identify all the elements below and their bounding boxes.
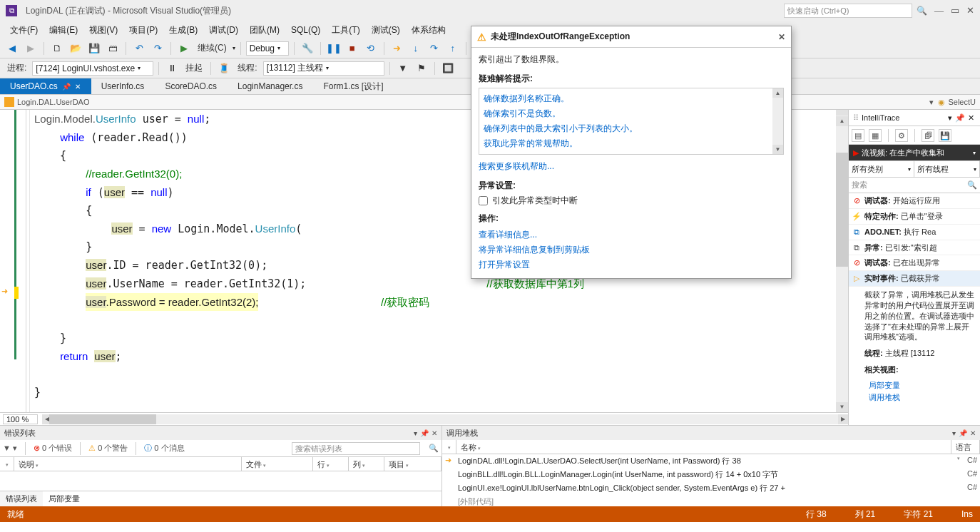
close-icon[interactable]: ✕ [968, 113, 974, 123]
menu-arch[interactable]: 体系结构 [406, 22, 451, 39]
thread-dropdown[interactable]: [13112] 主线程 [263, 61, 384, 76]
menu-file[interactable]: 文件(F) [4, 22, 44, 39]
menu-build[interactable]: 生成(B) [163, 22, 203, 39]
tip-link[interactable]: 确保索引不是负数。 [484, 106, 779, 121]
open-icon[interactable]: 📂 [68, 41, 83, 56]
filter-warnings[interactable]: ⚠0 个警告 [88, 443, 128, 454]
tab-errorlist[interactable]: 错误列表 [0, 491, 43, 506]
menu-tools[interactable]: 工具(T) [326, 22, 365, 39]
process-dropdown[interactable]: [7124] LoginUI.vshost.exe [32, 61, 153, 76]
it-event[interactable]: ⊘调试器: 开始运行应用 [849, 193, 980, 209]
err-filter-dropdown[interactable]: ▼ ▾ [3, 444, 17, 453]
stack-row[interactable]: LoginBLL.dll!Login.BLL.LoginManager.Logi… [442, 468, 980, 481]
tab-userinfo[interactable]: UserInfo.cs [91, 78, 155, 94]
it-save-icon[interactable]: 💾 [939, 129, 951, 142]
it-event[interactable]: ⊘调试器: 已在出现异常 [849, 255, 980, 271]
quick-launch-input[interactable]: 快速启动 (Ctrl+Q) [784, 4, 912, 18]
step-over-icon[interactable]: ↷ [427, 41, 442, 56]
it-copy-icon[interactable]: 🗐 [922, 129, 934, 142]
col-name[interactable]: 名称 [456, 440, 951, 454]
tip-link[interactable]: 确保数据列名称正确。 [484, 91, 779, 106]
col-desc[interactable]: 说明 [14, 457, 242, 471]
intellitrace-stream[interactable]: ▶ 流视频: 在生产中收集和 ▾ [849, 145, 980, 160]
col-line[interactable]: 行 [313, 457, 349, 471]
it-view2-icon[interactable]: ▦ [869, 129, 882, 142]
suspend-label[interactable]: 挂起 [183, 62, 205, 74]
redo-icon[interactable]: ↷ [150, 41, 165, 56]
menu-edit[interactable]: 编辑(E) [44, 22, 83, 39]
pin-icon[interactable]: 📌 [955, 113, 965, 123]
it-search-input[interactable]: 搜索 [849, 178, 980, 193]
save-icon[interactable]: 💾 [86, 41, 102, 56]
col-file[interactable]: 文件 [242, 457, 313, 471]
grip-icon[interactable]: ⠿ [853, 113, 859, 123]
filter-icon[interactable]: ▼ [395, 61, 411, 76]
editor-hscrollbar[interactable]: ◀ ▶ [42, 414, 848, 424]
continue-icon[interactable]: ▶ [176, 41, 192, 56]
menu-view[interactable]: 视图(V) [83, 22, 123, 39]
stop-icon[interactable]: ■ [344, 41, 360, 56]
dropdown-icon[interactable]: ▾ [952, 429, 956, 437]
tip-link[interactable]: 获取此异常的常规帮助。 [484, 136, 779, 151]
zoom-dropdown[interactable]: 100 % [3, 414, 38, 424]
tab-userdao[interactable]: UserDAO.cs📌✕ [0, 78, 91, 94]
pin-icon[interactable]: 📌 [62, 83, 71, 91]
config-dropdown[interactable]: Debug [246, 41, 289, 56]
it-filter-thread[interactable]: 所有线程 [914, 161, 980, 177]
it-link-callstack[interactable]: 调用堆栈 [869, 392, 976, 404]
step-out-icon[interactable]: ↑ [445, 41, 461, 56]
col-col[interactable]: 列 [349, 457, 384, 471]
menu-debug[interactable]: 调试(D) [203, 22, 244, 39]
tool-icon-1[interactable]: 🔧 [300, 41, 315, 56]
action-open-settings[interactable]: 打开异常设置 [479, 257, 784, 272]
tip-link[interactable]: 确保列表中的最大索引小于列表的大小。 [484, 121, 779, 136]
undo-icon[interactable]: ↶ [131, 41, 147, 56]
close-button[interactable]: ✕ [966, 5, 974, 16]
it-filter-category[interactable]: 所有类别 [849, 161, 914, 177]
tips-scrollbar[interactable]: ▲▼ [772, 88, 783, 154]
tab-locals[interactable]: 局部变量 [43, 491, 86, 506]
step-into-icon[interactable]: ↓ [408, 41, 424, 56]
it-gear-icon[interactable]: ⚙ [895, 129, 908, 142]
col-lang[interactable]: 语言 [951, 440, 980, 454]
editor-vscrollbar[interactable]: ▲ ▼ [836, 110, 848, 412]
search-icon[interactable]: 🔍 [429, 444, 439, 453]
continue-label[interactable]: 继续(C) [195, 42, 230, 54]
breadcrumb-method[interactable]: SelectU [948, 98, 976, 106]
stackframe-icon[interactable]: 🔲 [440, 61, 456, 76]
new-project-icon[interactable]: 🗋 [49, 41, 65, 56]
save-all-icon[interactable]: 🗃 [105, 41, 121, 56]
col-proj[interactable]: 项目 [384, 457, 441, 471]
menu-team[interactable]: 团队(M) [244, 22, 285, 39]
tab-scoredao[interactable]: ScoreDAO.cs [155, 78, 228, 94]
dropdown-icon[interactable]: ▾ [948, 113, 952, 123]
filter-messages[interactable]: ⓘ0 个消息 [144, 443, 184, 454]
thread-icon[interactable]: 🧵 [216, 61, 232, 76]
forward-icon[interactable]: ▶ [23, 41, 39, 56]
stack-row[interactable]: ➜LoginDAL.dll!Login.DAL.UserDAO.SelectUs… [442, 454, 980, 468]
pin-icon[interactable]: 📌 [420, 429, 429, 437]
tab-loginmanager[interactable]: LoginManager.cs [228, 78, 313, 94]
flag-icon[interactable]: ⚑ [414, 61, 429, 76]
stack-row[interactable]: LoginUI.exe!LoginUI.lblUserName.btnLogin… [442, 481, 980, 495]
errorlist-search-input[interactable]: 搜索错误列表 [292, 442, 420, 455]
menu-test[interactable]: 测试(S) [366, 22, 406, 39]
action-view-details[interactable]: 查看详细信息... [479, 227, 784, 242]
minimize-button[interactable]: — [934, 5, 944, 16]
suspend-icon[interactable]: ⏸ [164, 61, 180, 76]
it-link-locals[interactable]: 局部变量 [869, 379, 976, 392]
action-copy-details[interactable]: 将异常详细信息复制到剪贴板 [479, 242, 784, 257]
maximize-button[interactable]: ▭ [951, 5, 959, 16]
stack-row[interactable]: [外部代码] [442, 495, 980, 506]
break-on-throw-checkbox[interactable]: 引发此异常类型时中断 [479, 195, 784, 207]
back-icon[interactable]: ◀ [4, 41, 20, 56]
filter-errors[interactable]: ⊗0 个错误 [34, 443, 72, 454]
tab-form1[interactable]: Form1.cs [设计] [313, 78, 394, 94]
restart-icon[interactable]: ⟲ [363, 41, 379, 56]
show-next-icon[interactable]: ➜ [389, 41, 405, 56]
it-event[interactable]: ⧉异常: 已引发:"索引超 [849, 240, 980, 256]
close-icon[interactable]: ✕ [432, 429, 437, 437]
dropdown-icon[interactable]: ▾ [414, 429, 417, 437]
pin-icon[interactable]: 📌 [959, 429, 967, 437]
search-icon[interactable]: 🔍 [917, 6, 927, 16]
